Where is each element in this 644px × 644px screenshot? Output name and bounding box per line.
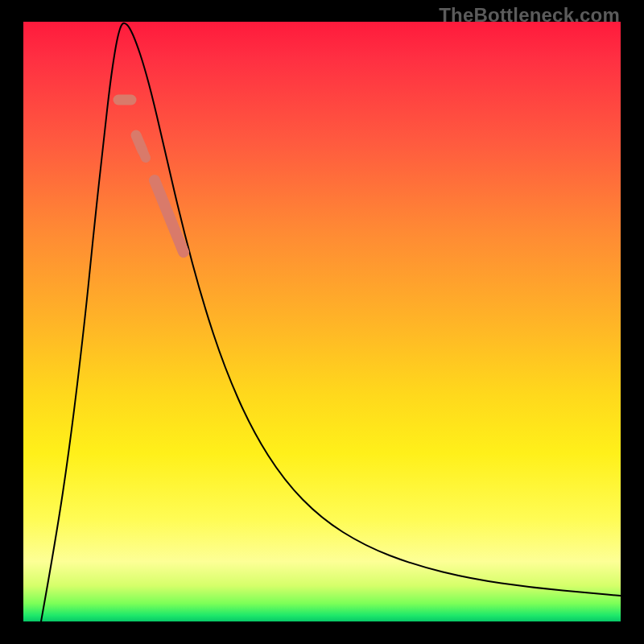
- chart-frame: TheBottleneck.com: [0, 0, 644, 644]
- highlighted-data-segment: [118, 100, 184, 252]
- highlight-stroke: [142, 151, 146, 158]
- chart-svg: [23, 22, 621, 621]
- bottleneck-curve: [41, 23, 621, 621]
- watermark-text: TheBottleneck.com: [439, 4, 620, 27]
- highlight-stroke: [155, 180, 184, 252]
